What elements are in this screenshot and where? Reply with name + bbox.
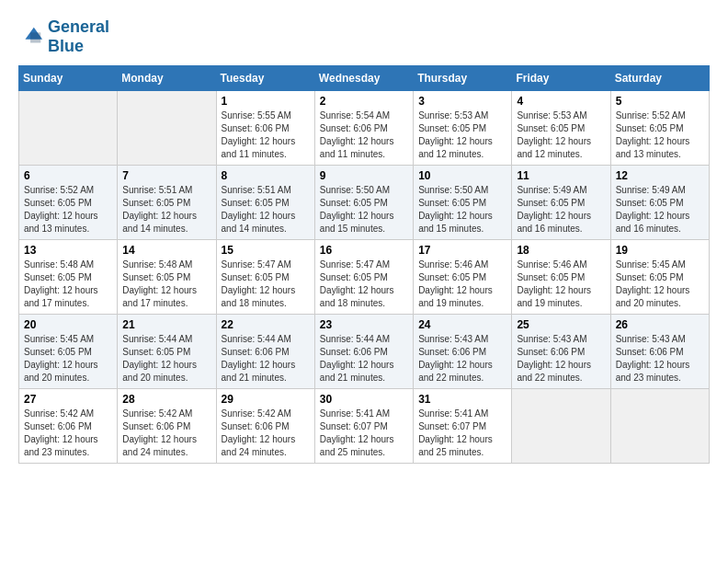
calendar-cell: 11Sunrise: 5:49 AM Sunset: 6:05 PM Dayli… [512,165,610,239]
calendar-week-row: 27Sunrise: 5:42 AM Sunset: 6:06 PM Dayli… [19,388,710,463]
day-number: 8 [222,169,310,182]
day-info: Sunrise: 5:42 AM Sunset: 6:06 PM Dayligh… [122,408,210,459]
calendar-week-row: 6Sunrise: 5:52 AM Sunset: 6:05 PM Daylig… [19,165,710,239]
calendar-cell: 22Sunrise: 5:44 AM Sunset: 6:06 PM Dayli… [216,314,314,388]
calendar-cell: 8Sunrise: 5:51 AM Sunset: 6:05 PM Daylig… [216,165,314,239]
day-info: Sunrise: 5:51 AM Sunset: 6:05 PM Dayligh… [222,184,310,236]
day-info: Sunrise: 5:46 AM Sunset: 6:05 PM Dayligh… [517,259,605,310]
day-number: 21 [122,318,210,331]
day-info: Sunrise: 5:48 AM Sunset: 6:05 PM Dayligh… [24,259,112,310]
weekday-header: Monday [118,65,216,90]
calendar-cell [19,90,118,165]
day-info: Sunrise: 5:44 AM Sunset: 6:06 PM Dayligh… [320,333,408,385]
day-info: Sunrise: 5:53 AM Sunset: 6:05 PM Dayligh… [418,109,506,161]
day-info: Sunrise: 5:49 AM Sunset: 6:05 PM Dayligh… [517,184,605,236]
calendar-week-row: 13Sunrise: 5:48 AM Sunset: 6:05 PM Dayli… [19,239,710,314]
day-number: 20 [24,318,112,331]
day-info: Sunrise: 5:50 AM Sunset: 6:05 PM Dayligh… [320,184,408,236]
day-number: 17 [418,244,506,257]
day-number: 15 [222,244,310,257]
day-info: Sunrise: 5:50 AM Sunset: 6:05 PM Dayligh… [418,184,506,236]
calendar-cell: 17Sunrise: 5:46 AM Sunset: 6:05 PM Dayli… [414,239,512,314]
day-info: Sunrise: 5:43 AM Sunset: 6:06 PM Dayligh… [517,333,605,385]
calendar-cell: 7Sunrise: 5:51 AM Sunset: 6:05 PM Daylig… [118,165,216,239]
day-number: 19 [616,244,704,257]
day-number: 16 [320,244,408,257]
day-number: 29 [222,393,310,406]
day-info: Sunrise: 5:53 AM Sunset: 6:05 PM Dayligh… [517,109,605,161]
svg-marker-1 [30,33,40,43]
day-info: Sunrise: 5:51 AM Sunset: 6:05 PM Dayligh… [122,184,210,236]
day-number: 28 [122,393,210,406]
calendar-week-row: 1Sunrise: 5:55 AM Sunset: 6:06 PM Daylig… [19,90,710,165]
calendar-cell: 25Sunrise: 5:43 AM Sunset: 6:06 PM Dayli… [512,314,610,388]
day-info: Sunrise: 5:44 AM Sunset: 6:05 PM Dayligh… [122,333,210,385]
day-number: 12 [616,169,704,182]
day-info: Sunrise: 5:55 AM Sunset: 6:06 PM Dayligh… [222,109,310,161]
calendar: SundayMondayTuesdayWednesdayThursdayFrid… [18,65,710,464]
calendar-cell: 1Sunrise: 5:55 AM Sunset: 6:06 PM Daylig… [216,90,314,165]
day-number: 30 [320,393,408,406]
weekday-header: Saturday [610,65,709,90]
day-number: 22 [222,318,310,331]
day-number: 23 [320,318,408,331]
day-number: 31 [418,393,506,406]
calendar-cell [512,388,610,463]
weekday-header: Wednesday [314,65,413,90]
day-number: 7 [122,169,210,182]
weekday-header: Friday [512,65,610,90]
day-number: 24 [418,318,506,331]
calendar-cell [610,388,709,463]
calendar-cell: 30Sunrise: 5:41 AM Sunset: 6:07 PM Dayli… [314,388,413,463]
calendar-cell: 13Sunrise: 5:48 AM Sunset: 6:05 PM Dayli… [19,239,118,314]
calendar-cell: 26Sunrise: 5:43 AM Sunset: 6:06 PM Dayli… [610,314,709,388]
day-number: 3 [418,95,506,108]
day-info: Sunrise: 5:47 AM Sunset: 6:05 PM Dayligh… [222,259,310,310]
day-info: Sunrise: 5:43 AM Sunset: 6:06 PM Dayligh… [616,333,704,385]
day-info: Sunrise: 5:44 AM Sunset: 6:06 PM Dayligh… [222,333,310,385]
calendar-cell: 21Sunrise: 5:44 AM Sunset: 6:05 PM Dayli… [118,314,216,388]
calendar-cell: 16Sunrise: 5:47 AM Sunset: 6:05 PM Dayli… [314,239,413,314]
day-info: Sunrise: 5:52 AM Sunset: 6:05 PM Dayligh… [24,184,112,236]
calendar-cell: 3Sunrise: 5:53 AM Sunset: 6:05 PM Daylig… [414,90,512,165]
calendar-cell: 31Sunrise: 5:41 AM Sunset: 6:07 PM Dayli… [414,388,512,463]
calendar-cell: 24Sunrise: 5:43 AM Sunset: 6:06 PM Dayli… [414,314,512,388]
day-number: 18 [517,244,605,257]
calendar-cell: 28Sunrise: 5:42 AM Sunset: 6:06 PM Dayli… [118,388,216,463]
day-info: Sunrise: 5:42 AM Sunset: 6:06 PM Dayligh… [24,408,112,459]
calendar-cell [118,90,216,165]
day-info: Sunrise: 5:45 AM Sunset: 6:05 PM Dayligh… [24,333,112,385]
day-info: Sunrise: 5:48 AM Sunset: 6:05 PM Dayligh… [122,259,210,310]
calendar-cell: 15Sunrise: 5:47 AM Sunset: 6:05 PM Dayli… [216,239,314,314]
day-number: 2 [320,95,408,108]
day-info: Sunrise: 5:43 AM Sunset: 6:06 PM Dayligh… [418,333,506,385]
calendar-cell: 14Sunrise: 5:48 AM Sunset: 6:05 PM Dayli… [118,239,216,314]
day-info: Sunrise: 5:45 AM Sunset: 6:05 PM Dayligh… [616,259,704,310]
calendar-cell: 19Sunrise: 5:45 AM Sunset: 6:05 PM Dayli… [610,239,709,314]
day-info: Sunrise: 5:46 AM Sunset: 6:05 PM Dayligh… [418,259,506,310]
weekday-header: Tuesday [216,65,314,90]
day-info: Sunrise: 5:49 AM Sunset: 6:05 PM Dayligh… [616,184,704,236]
calendar-cell: 10Sunrise: 5:50 AM Sunset: 6:05 PM Dayli… [414,165,512,239]
day-number: 26 [616,318,704,331]
day-number: 25 [517,318,605,331]
day-info: Sunrise: 5:52 AM Sunset: 6:05 PM Dayligh… [616,109,704,161]
day-number: 27 [24,393,112,406]
calendar-cell: 18Sunrise: 5:46 AM Sunset: 6:05 PM Dayli… [512,239,610,314]
logo-icon [18,24,44,50]
day-info: Sunrise: 5:54 AM Sunset: 6:06 PM Dayligh… [320,109,408,161]
day-number: 6 [24,169,112,182]
calendar-header: SundayMondayTuesdayWednesdayThursdayFrid… [19,65,710,90]
calendar-cell: 23Sunrise: 5:44 AM Sunset: 6:06 PM Dayli… [314,314,413,388]
calendar-cell: 20Sunrise: 5:45 AM Sunset: 6:05 PM Dayli… [19,314,118,388]
day-number: 11 [517,169,605,182]
calendar-cell: 27Sunrise: 5:42 AM Sunset: 6:06 PM Dayli… [19,388,118,463]
weekday-header: Thursday [414,65,512,90]
day-info: Sunrise: 5:41 AM Sunset: 6:07 PM Dayligh… [320,408,408,459]
calendar-cell: 12Sunrise: 5:49 AM Sunset: 6:05 PM Dayli… [610,165,709,239]
day-number: 1 [222,95,310,108]
calendar-cell: 6Sunrise: 5:52 AM Sunset: 6:05 PM Daylig… [19,165,118,239]
day-number: 10 [418,169,506,182]
calendar-cell: 9Sunrise: 5:50 AM Sunset: 6:05 PM Daylig… [314,165,413,239]
calendar-week-row: 20Sunrise: 5:45 AM Sunset: 6:05 PM Dayli… [19,314,710,388]
